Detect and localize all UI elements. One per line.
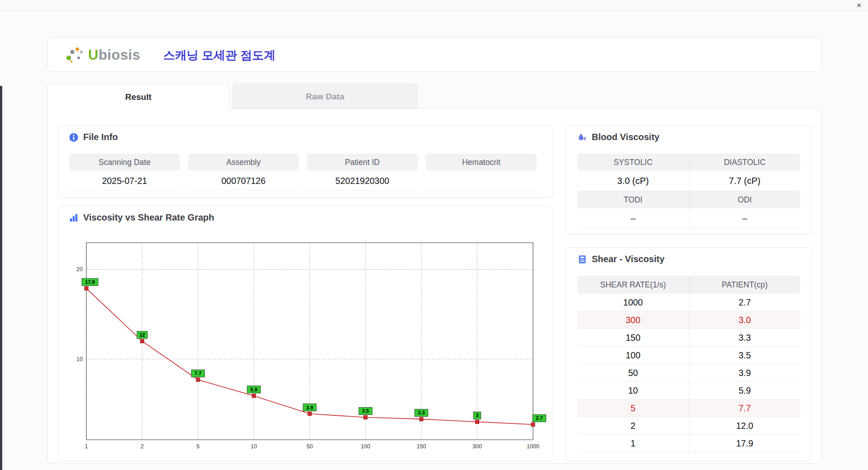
shear-viscosity-header: Shear - Viscosity (577, 254, 665, 264)
shear-viscosity-card: Shear - Viscosity SHEAR RATE(1/s) PATIEN… (566, 247, 811, 461)
file-info-header: File Info (69, 132, 118, 142)
patient-viscosity-value: 2.7 (689, 294, 801, 311)
svg-text:7.7: 7.7 (194, 371, 201, 376)
svg-text:20: 20 (76, 266, 83, 273)
blood-viscosity-table: SYSTOLIC DIASTOLIC 3.0 (cP) 7.7 (cP) TOD… (577, 154, 800, 229)
logo-text: Ubiosis (88, 47, 140, 63)
blood-viscosity-title: Blood Viscosity (592, 132, 660, 142)
shear-rate-value: 100 (577, 347, 689, 364)
shear-rate-value: 150 (577, 329, 689, 347)
shear-viscosity-row: 212.0 (577, 417, 800, 435)
file-info-card: File Info Scanning Date 2025-07-21 Assem… (57, 125, 553, 197)
field-hematocrit: Hematocrit (426, 154, 537, 191)
field-label: Assembly (188, 154, 299, 171)
shear-rate-value: 2 (577, 417, 689, 435)
header-card: Ubiosis 스캐닝 모세관 점도계 (47, 38, 821, 72)
logo-dots-icon (65, 46, 85, 65)
svg-text:17.9: 17.9 (85, 279, 94, 285)
app-window: × Ubiosis 스캐닝 모세관 점도계 Result Raw Data (0, 0, 868, 470)
shear-rate-value: 5 (577, 400, 689, 417)
file-info-title: File Info (83, 132, 118, 142)
svg-text:3.9: 3.9 (306, 405, 313, 410)
svg-text:150: 150 (417, 443, 426, 450)
ubiosis-logo: Ubiosis (65, 38, 140, 72)
field-value (426, 171, 537, 191)
close-icon[interactable]: × (854, 0, 864, 10)
bv-label-row: TODI ODI (577, 191, 800, 208)
field-value: 2025-07-21 (69, 171, 180, 191)
graph-title: Viscosity vs Shear Rate Graph (83, 212, 214, 223)
bv-value-row: – – (577, 208, 800, 229)
field-label: Scanning Date (69, 154, 180, 171)
diastolic-label: DIASTOLIC (689, 154, 801, 171)
shear-viscosity-row: 57.7 (577, 400, 800, 417)
shear-rate-value: 50 (577, 364, 689, 382)
shear-viscosity-title: Shear - Viscosity (592, 254, 665, 264)
svg-text:1: 1 (85, 443, 88, 450)
shear-viscosity-row: 117.9 (577, 435, 800, 452)
svg-text:3: 3 (476, 413, 478, 418)
shear-viscosity-row: 503.9 (577, 364, 800, 382)
field-label: Hematocrit (426, 154, 537, 171)
svg-text:12: 12 (139, 332, 145, 338)
shear-rate-value: 1000 (577, 294, 689, 311)
svg-text:2.7: 2.7 (536, 415, 542, 421)
svg-text:3.5: 3.5 (362, 408, 369, 414)
bar-chart-icon (69, 213, 79, 223)
patient-viscosity-value: 3.5 (689, 347, 801, 364)
shear-viscosity-table-head: SHEAR RATE(1/s) PATIENT(cp) (577, 276, 800, 294)
file-info-fields: Scanning Date 2025-07-21 Assembly 000707… (69, 154, 537, 191)
bv-label-row: SYSTOLIC DIASTOLIC (577, 154, 800, 171)
patient-viscosity-value: 5.9 (689, 382, 801, 400)
shear-viscosity-table: SHEAR RATE(1/s) PATIENT(cp) 10002.73003.… (577, 276, 800, 452)
field-scanning-date: Scanning Date 2025-07-21 (69, 154, 180, 191)
blood-viscosity-card: Blood Viscosity SYSTOLIC DIASTOLIC 3.0 (… (566, 125, 811, 234)
col-shear-rate: SHEAR RATE(1/s) (577, 276, 689, 294)
shear-rate-value: 300 (577, 311, 689, 329)
shear-rate-value: 10 (577, 382, 689, 400)
todi-label: TODI (577, 191, 689, 208)
droplets-icon (577, 132, 587, 142)
svg-text:5: 5 (197, 443, 200, 450)
todi-value: – (577, 208, 689, 229)
page-title: 스캐닝 모세관 점도계 (163, 38, 275, 72)
systolic-label: SYSTOLIC (577, 154, 689, 171)
field-value: 52021920300 (307, 171, 418, 191)
patient-viscosity-value: 3.3 (689, 329, 801, 347)
shear-viscosity-row: 105.9 (577, 382, 800, 400)
shear-viscosity-row: 3003.0 (577, 311, 800, 329)
col-patient: PATIENT(cp) (689, 276, 801, 294)
field-assembly: Assembly 000707126 (188, 154, 299, 191)
viscosity-chart: 10201251050100150300100017.9127.75.93.93… (65, 237, 552, 454)
blood-viscosity-header: Blood Viscosity (577, 132, 660, 142)
patient-viscosity-value: 17.9 (689, 435, 801, 452)
odi-value: – (689, 208, 801, 229)
svg-text:5.9: 5.9 (250, 387, 257, 392)
diastolic-value: 7.7 (cP) (689, 171, 801, 191)
info-icon (69, 132, 79, 142)
svg-text:10: 10 (251, 443, 257, 450)
shear-viscosity-row: 1003.5 (577, 347, 800, 364)
svg-text:2: 2 (141, 443, 144, 450)
tab-raw-data[interactable]: Raw Data (232, 84, 418, 108)
patient-viscosity-value: 12.0 (689, 417, 801, 435)
shear-viscosity-row: 1503.3 (577, 329, 800, 347)
graph-header: Viscosity vs Shear Rate Graph (69, 212, 214, 223)
svg-text:100: 100 (361, 443, 370, 450)
field-value: 000707126 (188, 171, 299, 191)
field-label: Patient ID (307, 154, 418, 171)
titlebar: × (0, 0, 868, 11)
tab-result[interactable]: Result (47, 84, 230, 109)
viscosity-graph-card: Viscosity vs Shear Rate Graph 1020125105… (57, 206, 553, 461)
patient-viscosity-value: 3.9 (689, 364, 801, 382)
patient-viscosity-value: 7.7 (689, 400, 801, 417)
result-panel: File Info Scanning Date 2025-07-21 Assem… (47, 108, 821, 464)
shear-viscosity-table-body: 10002.73003.01503.31003.5503.9105.957.72… (577, 294, 800, 452)
shear-rate-value: 1 (577, 435, 689, 452)
odi-label: ODI (689, 191, 801, 208)
field-patient-id: Patient ID 52021920300 (307, 154, 418, 191)
patient-viscosity-value: 3.0 (689, 311, 801, 329)
calculator-icon (577, 254, 587, 264)
svg-text:10: 10 (76, 356, 83, 362)
svg-text:1000: 1000 (527, 443, 539, 450)
